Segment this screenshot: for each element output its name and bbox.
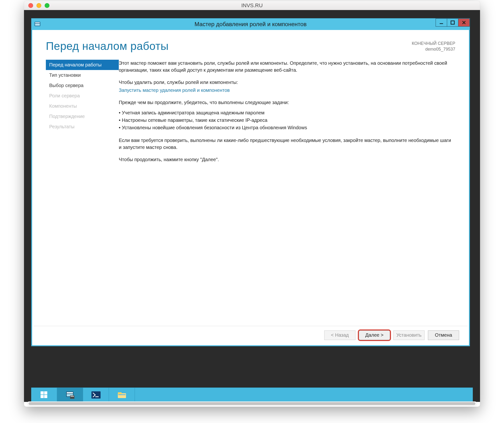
destination-server: demo05_79537	[412, 46, 455, 52]
prereq-item: Настроены сетевые параметры, такие как с…	[119, 117, 454, 124]
svg-rect-4	[451, 21, 454, 24]
wizard-nav: Перед началом работы Тип установки Выбор…	[32, 60, 119, 339]
svg-rect-5	[41, 391, 44, 394]
svg-rect-7	[41, 395, 44, 398]
if-need-text: Если вам требуется проверить, выполнены …	[119, 137, 454, 151]
svg-rect-15	[95, 396, 99, 397]
remove-heading: Чтобы удалить роли, службы ролей или ком…	[119, 79, 454, 86]
wizard-titlebar[interactable]: Мастер добавления ролей и компонентов	[31, 18, 470, 30]
prereq-heading: Прежде чем вы продолжите, убедитесь, что…	[119, 99, 454, 106]
nav-results: Результаты	[46, 122, 119, 132]
continue-hint: Чтобы продолжить, нажмите кнопку "Далее"…	[119, 156, 454, 163]
svg-rect-14	[91, 391, 101, 399]
taskbar[interactable]	[31, 388, 473, 402]
svg-rect-3	[440, 23, 443, 24]
svg-rect-13	[71, 396, 74, 397]
mac-window-title: INVS.RU	[24, 2, 480, 9]
svg-rect-6	[44, 391, 47, 394]
nav-install-type[interactable]: Тип установки	[46, 70, 119, 80]
nav-before-you-begin[interactable]: Перед началом работы	[46, 60, 119, 70]
start-button[interactable]	[31, 388, 57, 402]
prereq-item: Установлены новейшие обновления безопасн…	[119, 124, 454, 131]
install-button: Установить	[393, 330, 425, 340]
taskbar-file-explorer[interactable]	[109, 388, 135, 402]
prereq-item: Учетная запись администратора защищена н…	[119, 109, 454, 116]
destination-server-box: КОНЕЧНЫЙ СЕРВЕР demo05_79537	[412, 40, 455, 52]
minimize-button[interactable]	[436, 18, 447, 27]
taskbar-server-manager[interactable]	[57, 388, 83, 402]
remove-roles-link[interactable]: Запустить мастер удаления ролей и компон…	[119, 88, 230, 93]
wizard-window: Мастер добавления ролей и компонентов Пе…	[31, 18, 470, 346]
mac-window: INVS.RU Мастер добавления ролей и компон…	[24, 1, 480, 407]
taskbar-powershell[interactable]	[83, 388, 109, 402]
destination-label: КОНЕЧНЫЙ СЕРВЕР	[412, 41, 455, 46]
nav-features: Компоненты	[46, 101, 119, 111]
mac-titlebar[interactable]: INVS.RU	[24, 1, 480, 10]
scrollbar-thumb[interactable]	[29, 402, 475, 405]
back-button: < Назад	[324, 330, 355, 340]
cancel-button[interactable]: Отмена	[428, 330, 459, 340]
prereq-list: Учетная запись администратора защищена н…	[119, 109, 454, 132]
wizard-title: Мастер добавления ролей и компонентов	[31, 21, 470, 28]
close-button[interactable]	[458, 18, 470, 27]
wizard-body: Перед началом работы КОНЕЧНЫЙ СЕРВЕР dem…	[32, 30, 469, 345]
nav-server-roles: Роли сервера	[46, 91, 119, 101]
window-controls	[436, 18, 470, 27]
svg-rect-17	[118, 392, 122, 394]
page-title: Перед началом работы	[46, 40, 412, 53]
svg-rect-10	[67, 392, 73, 394]
next-button[interactable]: Далее >	[359, 330, 390, 340]
maximize-button[interactable]	[447, 18, 458, 27]
intro-text: Этот мастер поможет вам установить роли,…	[119, 60, 454, 74]
nav-confirmation: Подтверждение	[46, 111, 119, 122]
svg-rect-8	[44, 395, 47, 398]
wizard-footer: < Назад Далее > Установить Отмена	[33, 326, 468, 344]
horizontal-scrollbar[interactable]	[27, 401, 477, 406]
nav-server-selection[interactable]: Выбор сервера	[46, 80, 119, 91]
wizard-main: Этот мастер поможет вам установить роли,…	[119, 60, 469, 339]
remote-desktop-frame: Мастер добавления ролей и компонентов Пе…	[24, 10, 480, 402]
svg-rect-18	[118, 394, 126, 395]
